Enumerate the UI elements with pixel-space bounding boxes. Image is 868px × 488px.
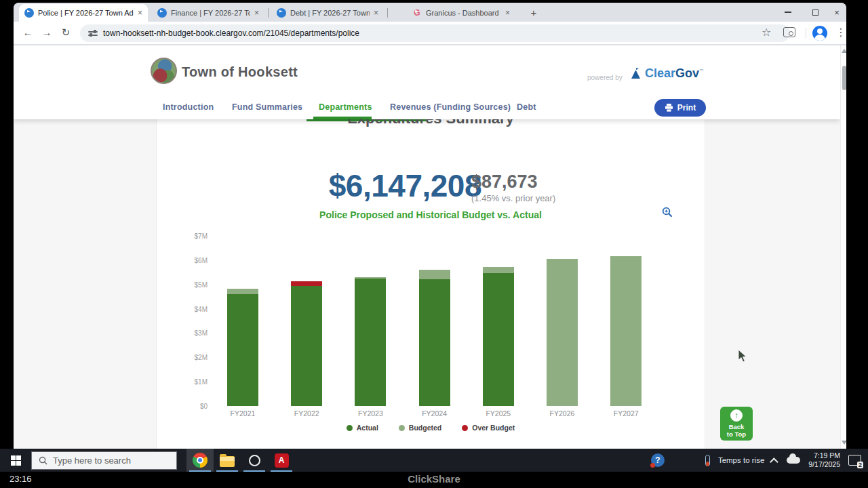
x-axis-label: FY2026 — [535, 409, 589, 418]
bar-actual-FY2021[interactable] — [227, 294, 258, 406]
mouse-cursor — [738, 350, 749, 363]
legend-dot — [399, 425, 405, 431]
back-button[interactable]: ← — [20, 26, 35, 40]
taskbar-clock[interactable]: 7:19 PM 9/17/2025 — [808, 451, 840, 469]
bar-actual-FY2024[interactable] — [419, 279, 450, 406]
scroll-up-arrow[interactable] — [842, 49, 846, 53]
x-axis-label: FY2022 — [279, 409, 334, 418]
start-button[interactable] — [0, 449, 31, 472]
clickshare-strip: 23:16 ClickShare — [0, 472, 868, 488]
cleargov-favicon — [24, 8, 34, 18]
chart-zoom-icon[interactable] — [662, 207, 673, 218]
reload-button[interactable]: ↻ — [58, 26, 73, 40]
back-to-top-button[interactable]: ↑ Back to Top — [720, 407, 753, 441]
nav-revenues[interactable]: Revenues (Funding Sources) — [390, 102, 511, 112]
folder-icon — [220, 456, 235, 467]
y-axis-tick-label: $1M — [190, 378, 208, 386]
print-button[interactable]: Print — [654, 99, 706, 117]
x-axis-label: FY2023 — [343, 409, 397, 418]
new-tab-button[interactable]: + — [527, 6, 540, 20]
tab-close-icon[interactable]: × — [254, 8, 259, 18]
search-placeholder: Type here to search — [53, 455, 131, 466]
tray-expand-chevron-icon[interactable] — [770, 458, 778, 466]
legend-item[interactable]: Budgeted — [399, 424, 441, 432]
chart-title: Police Proposed and Historical Budget vs… — [156, 209, 705, 220]
avatar-head — [817, 28, 823, 34]
site-settings-icon[interactable] — [88, 30, 98, 37]
action-center-icon[interactable]: 2 — [848, 455, 861, 466]
tab-close-icon[interactable]: × — [138, 8, 142, 18]
clock-date: 9/17/2025 — [808, 460, 840, 469]
bookmark-star-icon[interactable]: ☆ — [762, 26, 771, 39]
active-nav-underline — [313, 117, 372, 119]
tab-separator — [387, 8, 388, 18]
nav-introduction[interactable]: Introduction — [163, 102, 214, 112]
address-bar[interactable]: town-hooksett-nh-budget-book.cleargov.co… — [80, 24, 790, 42]
bar-actual-FY2022[interactable] — [291, 286, 322, 406]
close-button[interactable]: × — [826, 4, 846, 20]
tab-title: Debt | FY 2026-27 Town Admin — [290, 9, 370, 17]
notification-badge: 2 — [857, 462, 863, 468]
nav-departments[interactable]: Departments — [319, 102, 372, 112]
tab-granicus[interactable]: G Granicus - Dashboard × — [407, 4, 515, 22]
bar-budgeted-FY2027[interactable] — [610, 256, 642, 406]
restore-button[interactable] — [804, 4, 826, 20]
taskbar-search-box[interactable]: Type here to search — [31, 451, 177, 470]
forward-button[interactable]: → — [39, 26, 54, 40]
acrobat-icon: A — [275, 453, 289, 468]
cleargov-favicon — [277, 8, 286, 18]
cleargov-favicon — [157, 8, 167, 18]
cleargov-flag-icon — [629, 67, 642, 80]
tab-close-icon[interactable]: × — [505, 8, 510, 18]
browser-toolbar: ← → ↻ town-hooksett-nh-budget-book.clear… — [14, 22, 846, 45]
tab-police[interactable]: Police | FY 2026-27 Town Admi × — [19, 4, 148, 22]
bar-actual-FY2023[interactable] — [355, 279, 386, 406]
budget-bar-chart: $0$1M$2M$3M$4M$5M$6M$7MFY2021FY2022FY202… — [190, 232, 665, 425]
search-icon — [39, 456, 47, 465]
nav-fund-summaries[interactable]: Fund Summaries — [232, 102, 302, 112]
chrome-icon — [193, 453, 208, 468]
ring-icon — [249, 455, 260, 466]
tab-finance[interactable]: Finance | FY 2026-27 Town Adm × — [152, 4, 264, 22]
side-panel-icon[interactable] — [783, 27, 795, 37]
page-scrollbar[interactable] — [840, 45, 846, 449]
bar-budgeted-FY2026[interactable] — [547, 259, 578, 406]
legend-label: Over Budget — [472, 424, 515, 432]
help-tray-icon[interactable]: ? — [651, 453, 665, 467]
bar-actual-FY2025[interactable] — [483, 273, 514, 406]
y-axis-tick-label: $6M — [190, 257, 208, 264]
x-axis-label: FY2024 — [408, 409, 462, 418]
y-axis-tick-label: $5M — [190, 281, 208, 289]
clickshare-label: ClickShare — [0, 473, 868, 485]
screen: Police | FY 2026-27 Town Admi × Finance … — [0, 0, 868, 488]
cleargov-logo[interactable]: ClearGov™ — [629, 66, 704, 81]
tab-close-icon[interactable]: × — [374, 8, 378, 18]
print-label: Print — [677, 103, 696, 113]
taskbar-acrobat[interactable]: A — [268, 449, 295, 472]
taskbar-ring-app[interactable] — [241, 449, 268, 472]
nav-debt[interactable]: Debt — [517, 102, 536, 112]
taskbar-file-explorer[interactable] — [214, 449, 241, 472]
weather-text[interactable]: Temps to rise — [718, 456, 764, 464]
cloud-tray-icon[interactable] — [787, 457, 800, 464]
taskbar-chrome[interactable] — [186, 449, 214, 472]
legend-item[interactable]: Actual — [347, 424, 378, 432]
restore-icon — [812, 9, 818, 16]
tab-debt[interactable]: Debt | FY 2026-27 Town Admin × — [271, 4, 384, 22]
x-axis-label: FY2021 — [216, 409, 270, 418]
toolbar-divider — [806, 28, 806, 39]
y-axis-tick-label: $2M — [190, 354, 208, 361]
main-nav: Introduction Fund Summaries Departments … — [14, 97, 840, 119]
scroll-down-arrow[interactable] — [842, 441, 846, 445]
thermometer-icon[interactable] — [705, 455, 710, 466]
minimize-button[interactable] — [777, 4, 799, 20]
up-arrow-icon: ↑ — [730, 409, 743, 422]
town-seal-logo — [151, 58, 177, 84]
scrollbar-thumb[interactable] — [842, 66, 846, 90]
tab-title: Police | FY 2026-27 Town Admi — [38, 9, 134, 17]
tab-title: Finance | FY 2026-27 Town Adm — [171, 9, 250, 17]
legend-item[interactable]: Over Budget — [462, 424, 515, 432]
browser-menu-icon[interactable]: ⋮ — [835, 26, 846, 39]
profile-avatar[interactable] — [812, 26, 827, 41]
bar-overbudget-FY2022[interactable] — [291, 281, 322, 286]
